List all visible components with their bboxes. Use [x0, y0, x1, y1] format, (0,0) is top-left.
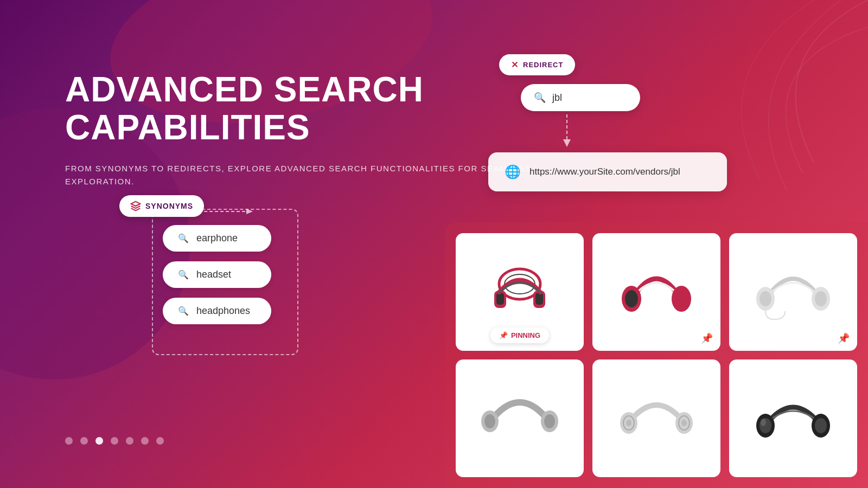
search-icon-jbl: 🔍 [534, 92, 546, 104]
synonym-headphones-label: headphones [196, 305, 250, 317]
page-title: Advanced Search Capabilities [65, 70, 537, 147]
svg-marker-2 [563, 139, 571, 147]
search-icon-earphone: 🔍 [178, 233, 189, 243]
svg-point-20 [544, 414, 555, 428]
pin-icon-3: 📌 [838, 332, 850, 344]
svg-point-30 [815, 418, 827, 433]
synonym-item-headset[interactable]: 🔍 headset [163, 261, 271, 288]
pagination-dot-6[interactable] [141, 437, 149, 445]
redirect-badge[interactable]: ✕ Redirect [499, 54, 575, 75]
redirect-x-icon: ✕ [511, 60, 519, 70]
headphone-img-4 [479, 389, 560, 448]
svg-rect-8 [535, 293, 543, 305]
product-card-2[interactable]: 📌 [592, 233, 720, 351]
left-section: Advanced Search Capabilities From synony… [65, 70, 537, 188]
redirect-section: ✕ Redirect 🔍 jbl 🌐 https://www.yourSite.… [488, 54, 727, 191]
page-content: Advanced Search Capabilities From synony… [0, 0, 868, 488]
headphone-img-2 [618, 260, 694, 325]
synonyms-label: Synonyms [145, 202, 193, 210]
pagination-dot-1[interactable] [65, 437, 73, 445]
pagination-dot-7[interactable] [156, 437, 164, 445]
svg-point-14 [760, 291, 771, 306]
redirect-search-query: jbl [552, 92, 562, 104]
product-card-5[interactable] [592, 359, 720, 477]
products-section: 📌 PINNING 📌 [445, 222, 868, 488]
synonyms-section: Synonyms 🔍 earphone 🔍 headset 🔍 headphon… [119, 195, 204, 217]
svg-marker-0 [246, 209, 253, 214]
headphone-img-3 [752, 260, 834, 325]
synonyms-badge[interactable]: Synonyms [119, 195, 204, 217]
pagination-dot-4[interactable] [111, 437, 118, 445]
pagination-dot-2[interactable] [80, 437, 88, 445]
pagination-dots [65, 437, 164, 445]
pagination-dot-3[interactable] [95, 437, 103, 445]
headphone-img-1 [484, 262, 555, 322]
pinning-label: PINNING [511, 331, 540, 339]
svg-point-23 [626, 420, 631, 426]
pinning-badge: 📌 PINNING [490, 328, 549, 343]
synonyms-icon [130, 201, 141, 211]
product-card-4[interactable] [456, 359, 584, 477]
dashed-arrow-down [559, 114, 575, 147]
search-icon-headset: 🔍 [178, 269, 189, 280]
redirect-label: Redirect [523, 61, 563, 69]
product-card-6[interactable] [729, 359, 857, 477]
headphone-img-6 [752, 389, 834, 448]
svg-point-16 [815, 291, 827, 306]
synonym-item-headphones[interactable]: 🔍 headphones [163, 298, 271, 324]
svg-point-18 [484, 414, 495, 428]
svg-point-12 [675, 290, 688, 307]
search-icon-headphones: 🔍 [178, 306, 189, 316]
page-subtitle: From synonyms to redirects, explore adva… [65, 162, 537, 188]
pagination-dot-5[interactable] [126, 437, 133, 445]
synonym-item-earphone[interactable]: 🔍 earphone [163, 225, 271, 252]
headphone-img-5 [616, 389, 697, 448]
products-grid: 📌 PINNING 📌 [456, 233, 857, 477]
globe-icon: 🌐 [505, 164, 521, 179]
product-card-1[interactable]: 📌 PINNING [456, 233, 584, 351]
synonym-headset-label: headset [196, 269, 231, 280]
redirect-search-box[interactable]: 🔍 jbl [521, 84, 640, 111]
pin-icon: 📌 [499, 331, 508, 339]
pin-icon-2: 📌 [701, 332, 713, 344]
svg-point-31 [761, 419, 766, 426]
synonym-items-list: 🔍 earphone 🔍 headset 🔍 headphones [163, 225, 271, 324]
dashed-arrow-right [199, 201, 253, 222]
redirect-url-box: 🌐 https://www.yourSite.com/vendors/jbl [488, 152, 727, 191]
svg-point-26 [681, 420, 687, 426]
redirect-url-text: https://www.yourSite.com/vendors/jbl [529, 166, 680, 177]
svg-point-10 [625, 290, 638, 307]
svg-rect-6 [496, 293, 504, 305]
product-card-3[interactable]: 📌 [729, 233, 857, 351]
synonym-earphone-label: earphone [196, 233, 238, 244]
